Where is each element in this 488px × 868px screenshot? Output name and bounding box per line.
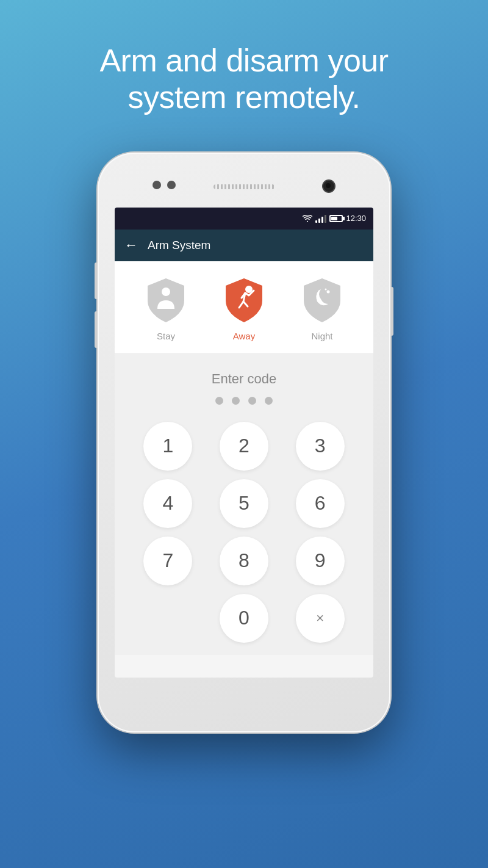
front-sensors xyxy=(152,181,176,189)
app-bar: ← Arm System xyxy=(115,230,373,261)
phone-shell: 12:30 ← Arm System Stay xyxy=(98,153,390,732)
key-delete[interactable]: × xyxy=(296,594,345,643)
arm-mode-night[interactable]: Night xyxy=(300,276,344,341)
key-6[interactable]: 6 xyxy=(296,479,345,528)
keypad-grid: 1 2 3 4 5 6 7 8 9 xyxy=(134,422,354,585)
key-9[interactable]: 9 xyxy=(296,537,345,585)
code-dot-1 xyxy=(215,397,223,405)
power-button xyxy=(390,287,393,336)
battery-fill xyxy=(331,217,337,220)
arm-mode-stay[interactable]: Stay xyxy=(144,276,188,341)
battery-icon xyxy=(329,215,343,222)
code-dot-4 xyxy=(265,397,273,405)
night-label: Night xyxy=(311,331,332,341)
svg-point-2 xyxy=(327,290,330,293)
key-2[interactable]: 2 xyxy=(220,422,268,471)
arm-modes-container: Stay Away xyxy=(115,261,373,354)
key-3[interactable]: 3 xyxy=(296,422,345,471)
status-time: 12:30 xyxy=(346,214,366,223)
key-0[interactable]: 0 xyxy=(220,594,268,643)
back-button[interactable]: ← xyxy=(124,237,138,253)
key-8[interactable]: 8 xyxy=(220,537,268,585)
keypad-bottom-row: 0 × xyxy=(134,594,354,643)
stay-shield-icon xyxy=(144,276,188,325)
phone-top-bezel xyxy=(98,164,390,205)
headline-line1: Arm and disarm your xyxy=(99,43,388,78)
headline: Arm and disarm your system remotely. xyxy=(63,43,425,116)
stay-label: Stay xyxy=(157,331,175,341)
sensor-dot-1 xyxy=(152,181,161,189)
status-bar: 12:30 xyxy=(115,208,373,230)
code-dot-3 xyxy=(248,397,256,405)
front-camera xyxy=(322,179,336,193)
svg-point-3 xyxy=(325,288,327,290)
key-4[interactable]: 4 xyxy=(143,479,192,528)
phone-mockup: 12:30 ← Arm System Stay xyxy=(98,153,390,732)
keypad-area: Enter code 1 2 3 4 5 6 7 8 9 xyxy=(115,354,373,655)
code-dot-2 xyxy=(232,397,240,405)
key-7[interactable]: 7 xyxy=(143,537,192,585)
phone-screen: 12:30 ← Arm System Stay xyxy=(115,208,373,678)
away-label: Away xyxy=(233,331,255,341)
key-5[interactable]: 5 xyxy=(220,479,268,528)
night-shield-icon xyxy=(300,276,344,325)
away-shield-icon xyxy=(222,276,266,325)
signal-icon xyxy=(315,214,326,223)
sensor-dot-2 xyxy=(167,181,176,189)
app-bar-title: Arm System xyxy=(148,239,210,252)
speaker-grille xyxy=(214,184,274,189)
volume-down-button xyxy=(95,311,98,348)
code-dots xyxy=(215,397,273,405)
arm-mode-away[interactable]: Away xyxy=(222,276,266,341)
status-icons: 12:30 xyxy=(303,214,366,223)
svg-point-0 xyxy=(162,288,170,296)
volume-up-button xyxy=(95,262,98,299)
wifi-icon xyxy=(303,215,312,222)
headline-line2: system remotely. xyxy=(127,79,360,115)
enter-code-label: Enter code xyxy=(212,371,276,387)
key-empty xyxy=(143,594,192,643)
key-1[interactable]: 1 xyxy=(143,422,192,471)
